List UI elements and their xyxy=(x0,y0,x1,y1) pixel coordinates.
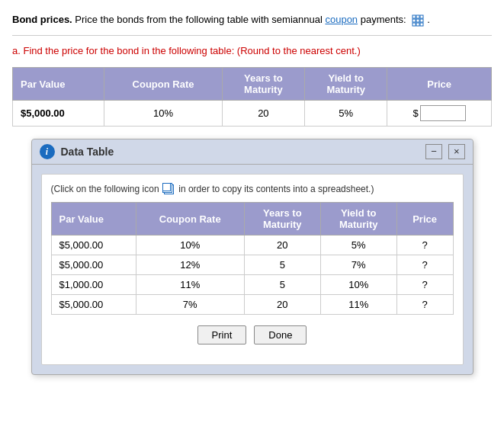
modal-body: (Click on the following icon in order to… xyxy=(41,174,464,365)
data-row-price-3: ? xyxy=(396,295,453,315)
intro-paragraph: Bond prices. Price the bonds from the fo… xyxy=(12,12,492,27)
data-header-price: Price xyxy=(396,203,453,236)
data-table-header-row: Par Value Coupon Rate Years toMaturity Y… xyxy=(51,203,453,236)
data-row-par-value-3: $5,000.00 xyxy=(51,295,136,315)
main-table: Par Value Coupon Rate Years toMaturity Y… xyxy=(12,67,492,127)
svg-rect-4 xyxy=(416,19,419,22)
data-table-modal: i Data Table − × (Click on the following… xyxy=(31,139,474,375)
data-row-price-0: ? xyxy=(396,236,453,255)
svg-rect-8 xyxy=(420,23,423,26)
data-row-par-value-0: $5,000.00 xyxy=(51,236,136,255)
data-row-price-2: ? xyxy=(396,275,453,295)
price-dollar-sign: $ xyxy=(413,107,419,119)
data-row-yield-0: 5% xyxy=(320,236,396,255)
modal-controls: − × xyxy=(425,144,464,159)
main-header-price: Price xyxy=(387,68,492,101)
data-row-yield-2: 10% xyxy=(320,275,396,295)
svg-rect-3 xyxy=(413,19,416,22)
modal-instruction: (Click on the following icon in order to… xyxy=(51,184,454,194)
main-table-row: $5,000.00 10% 20 5% $ xyxy=(13,101,492,127)
svg-rect-6 xyxy=(413,23,416,26)
data-row-coupon-rate-3: 7% xyxy=(136,295,244,315)
main-row-years: 20 xyxy=(222,101,304,127)
data-table-row: $1,000.00 11% 5 10% ? xyxy=(51,275,453,295)
part-a-note: (Round to the nearest cent.) xyxy=(234,45,360,56)
svg-rect-1 xyxy=(416,15,419,18)
intro-bold: Bond prices. xyxy=(12,14,72,25)
data-row-coupon-rate-1: 12% xyxy=(136,255,244,275)
print-button[interactable]: Print xyxy=(197,325,247,344)
done-button[interactable]: Done xyxy=(254,325,307,344)
data-header-par-value: Par Value xyxy=(51,203,136,236)
data-row-years-0: 20 xyxy=(244,236,320,255)
divider xyxy=(12,35,492,36)
modal-title-left: i Data Table xyxy=(40,144,114,159)
svg-rect-5 xyxy=(420,19,423,22)
data-table-row: $5,000.00 10% 20 5% ? xyxy=(51,236,453,255)
data-row-years-1: 5 xyxy=(244,255,320,275)
data-row-years-2: 5 xyxy=(244,275,320,295)
data-table-row: $5,000.00 12% 5 7% ? xyxy=(51,255,453,275)
data-row-price-1: ? xyxy=(396,255,453,275)
grid-icon[interactable] xyxy=(412,14,424,27)
data-row-yield-1: 7% xyxy=(320,255,396,275)
main-row-coupon-rate: 10% xyxy=(104,101,222,127)
main-row-price: $ xyxy=(387,101,492,127)
data-header-coupon-rate: Coupon Rate xyxy=(136,203,244,236)
minimize-button[interactable]: − xyxy=(425,144,442,159)
data-header-years-maturity: Years toMaturity xyxy=(244,203,320,236)
modal-title: Data Table xyxy=(61,146,114,158)
svg-rect-2 xyxy=(420,15,423,18)
data-row-years-3: 20 xyxy=(244,295,320,315)
part-a-text: a. Find the price for the bond in the fo… xyxy=(12,45,234,56)
main-header-years-maturity: Years toMaturity xyxy=(222,68,304,101)
intro-text: Price the bonds from the following table… xyxy=(72,14,326,25)
price-input[interactable] xyxy=(420,105,466,121)
close-button[interactable]: × xyxy=(448,144,465,159)
modal-footer: Print Done xyxy=(51,325,454,355)
data-row-par-value-1: $5,000.00 xyxy=(51,255,136,275)
part-a-label: a. Find the price for the bond in the fo… xyxy=(12,43,492,59)
svg-rect-7 xyxy=(416,23,419,26)
copy-icon[interactable] xyxy=(164,184,174,194)
data-table: Par Value Coupon Rate Years toMaturity Y… xyxy=(51,202,454,315)
data-row-yield-3: 11% xyxy=(320,295,396,315)
main-header-yield-maturity: Yield toMaturity xyxy=(305,68,387,101)
data-header-yield-maturity: Yield toMaturity xyxy=(320,203,396,236)
svg-rect-0 xyxy=(413,15,416,18)
data-row-coupon-rate-2: 11% xyxy=(136,275,244,295)
main-header-par-value: Par Value xyxy=(13,68,104,101)
info-icon: i xyxy=(40,144,55,159)
main-table-header-row: Par Value Coupon Rate Years toMaturity Y… xyxy=(13,68,492,101)
intro-text2: payments: xyxy=(358,14,406,25)
modal-titlebar: i Data Table − × xyxy=(32,139,473,165)
data-table-row: $5,000.00 7% 20 11% ? xyxy=(51,295,453,315)
data-row-coupon-rate-0: 10% xyxy=(136,236,244,255)
main-row-par-value: $5,000.00 xyxy=(13,101,104,127)
main-header-coupon-rate: Coupon Rate xyxy=(104,68,222,101)
instruction-text2: in order to copy its contents into a spr… xyxy=(178,184,374,194)
coupon-link[interactable]: coupon xyxy=(325,14,358,25)
data-row-par-value-2: $1,000.00 xyxy=(51,275,136,295)
main-row-yield: 5% xyxy=(305,101,387,127)
instruction-text: (Click on the following icon xyxy=(51,184,159,194)
